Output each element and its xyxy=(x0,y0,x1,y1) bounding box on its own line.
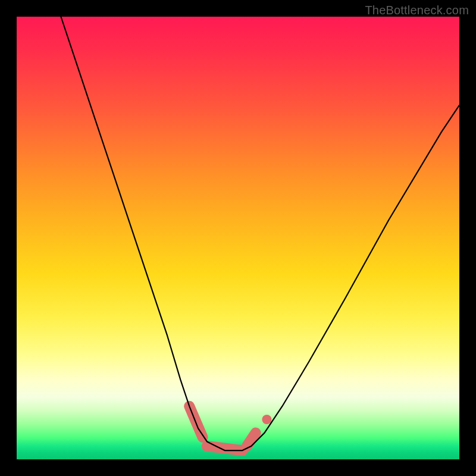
watermark-text: TheBottleneck.com xyxy=(365,4,469,17)
bottleneck-curve xyxy=(61,17,459,450)
chart-frame: TheBottleneck.com xyxy=(0,0,476,476)
curve-layer xyxy=(17,17,459,459)
accent-dot xyxy=(262,415,271,424)
accent-segment xyxy=(247,433,256,446)
plot-area xyxy=(17,17,459,459)
